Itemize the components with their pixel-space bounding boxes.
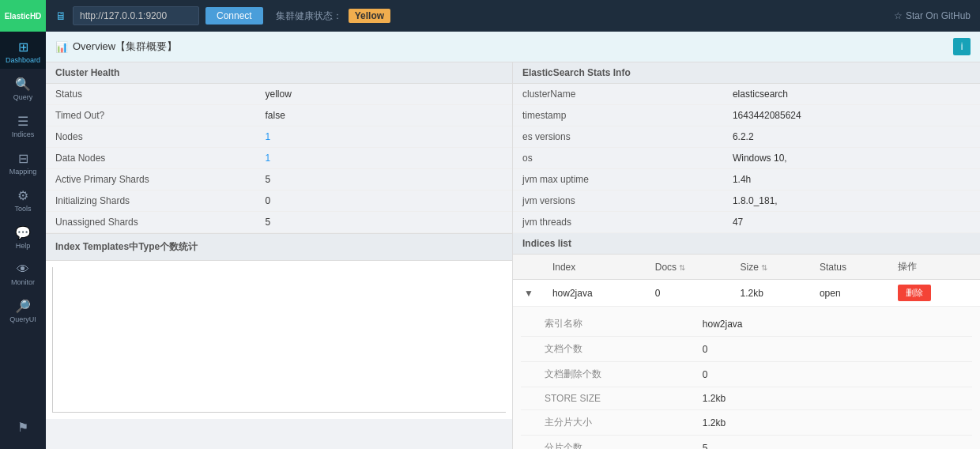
actions-cell: 删除	[890, 280, 980, 307]
cluster-name-value: elasticsearch	[723, 84, 980, 105]
info-button[interactable]: i	[953, 38, 971, 55]
status-col-header: Status	[812, 255, 890, 280]
sidebar-item-dashboard[interactable]: ⊞ Dashboard	[0, 32, 46, 69]
doc-count-value: 0	[679, 337, 972, 362]
left-panel: Cluster Health Status yellow Timed Out? …	[46, 62, 513, 449]
store-size-value: 1.2kb	[679, 387, 972, 410]
doc-deleted-label: 文档删除个数	[521, 362, 679, 387]
sidebar-item-monitor[interactable]: 👁 Monitor	[0, 255, 46, 291]
cluster-health-header: Cluster Health	[46, 62, 512, 84]
indices-icon: ☰	[17, 114, 28, 129]
detail-row: STORE SIZE 1.2kb	[521, 387, 972, 410]
active-shards-key: Active Primary Shards	[46, 169, 256, 191]
timestamp-key: timestamp	[513, 105, 723, 126]
indices-table-header-row: Index Docs ⇅ Size ⇅ Status	[513, 255, 980, 280]
queryui-icon: 🔎	[15, 299, 31, 314]
sidebar-item-label-dashboard: Dashboard	[6, 56, 40, 64]
docs-col-header: Docs ⇅	[647, 255, 733, 280]
table-row: jvm versions 1.8.0_181,	[513, 191, 980, 212]
topbar: 🖥 Connect 集群健康状态： Yellow ☆ Star On GitHu…	[46, 0, 980, 32]
sidebar-item-settings[interactable]: ⚑	[17, 412, 28, 441]
sidebar-item-tools[interactable]: ⚙ Tools	[0, 180, 46, 217]
indices-list-header: Indices list	[513, 233, 980, 255]
data-nodes-value[interactable]: 1	[256, 148, 513, 169]
table-row: clusterName elasticsearch	[513, 84, 980, 105]
doc-deleted-value: 0	[679, 362, 972, 387]
right-panel: ElasticSearch Stats Info clusterName ela…	[513, 62, 980, 449]
es-stats-table: clusterName elasticsearch timestamp 1643…	[513, 84, 980, 233]
table-row: jvm max uptime 1.4h	[513, 169, 980, 191]
delete-button[interactable]: 删除	[898, 285, 931, 301]
expand-button[interactable]: ▼	[521, 286, 537, 300]
sidebar-item-label-tools: Tools	[14, 205, 31, 213]
sidebar-item-label-query: Query	[13, 93, 33, 101]
table-row: os Windows 10,	[513, 148, 980, 169]
table-row: es versions 6.2.2	[513, 126, 980, 148]
cluster-health-table: Status yellow Timed Out? false Nodes 1	[46, 84, 512, 233]
doc-count-label: 文档个数	[521, 337, 679, 362]
index-name-label: 索引名称	[521, 311, 679, 337]
chart-icon: 📊	[55, 41, 68, 53]
es-versions-value: 6.2.2	[723, 126, 980, 148]
chart-placeholder	[52, 267, 506, 413]
size-sort-icon[interactable]: ⇅	[761, 263, 767, 272]
sidebar: ElasticHD ⊞ Dashboard 🔍 Query ☰ Indices …	[0, 0, 46, 449]
mapping-icon: ⊟	[18, 151, 28, 166]
actions-col-header: 操作	[890, 255, 980, 280]
detail-row: 文档个数 0	[521, 337, 972, 362]
jvm-threads-value: 47	[723, 212, 980, 233]
index-templates-header: Index Templates中Type个数统计	[46, 233, 512, 261]
expanded-detail-row: 索引名称 how2java 文档个数 0	[513, 307, 980, 450]
docs-sort-icon[interactable]: ⇅	[679, 263, 685, 272]
es-versions-key: es versions	[513, 126, 723, 148]
connect-button[interactable]: Connect	[205, 7, 263, 25]
es-stats-header: ElasticSearch Stats Info	[513, 62, 980, 84]
store-size-label: STORE SIZE	[521, 387, 679, 410]
github-label: Star On GitHub	[906, 10, 971, 21]
size-col-header: Size ⇅	[732, 255, 811, 280]
docs-cell: 0	[647, 280, 733, 307]
sidebar-item-help[interactable]: 💬 Help	[0, 217, 46, 255]
jvm-uptime-key: jvm max uptime	[513, 169, 723, 191]
github-link[interactable]: ☆ Star On GitHub	[894, 10, 971, 21]
primary-size-value: 1.2kb	[679, 410, 972, 436]
nodes-value[interactable]: 1	[256, 126, 513, 148]
detail-row: 索引名称 how2java	[521, 311, 972, 337]
table-row: Data Nodes 1	[46, 148, 512, 169]
sidebar-item-query[interactable]: 🔍 Query	[0, 69, 46, 106]
detail-row: 分片个数 5	[521, 436, 972, 450]
nodes-key: Nodes	[46, 126, 256, 148]
indices-table: Index Docs ⇅ Size ⇅ Status	[513, 255, 980, 449]
jvm-versions-key: jvm versions	[513, 191, 723, 212]
expanded-detail-cell: 索引名称 how2java 文档个数 0	[513, 307, 980, 450]
github-icon: ☆	[894, 10, 903, 21]
expand-cell: ▼	[513, 280, 545, 307]
index-row: ▼ how2java 0 1.2kb open 删除	[513, 280, 980, 307]
unassigned-shards-key: Unassigned Shards	[46, 212, 256, 233]
sidebar-item-label-mapping: Mapping	[9, 168, 37, 175]
cluster-status-key: Status	[46, 84, 256, 105]
sidebar-item-indices[interactable]: ☰ Indices	[0, 106, 46, 143]
shard-count-value: 5	[679, 436, 972, 450]
os-value: Windows 10,	[723, 148, 980, 169]
init-shards-key: Initializing Shards	[46, 191, 256, 212]
detail-row: 文档删除个数 0	[521, 362, 972, 387]
overview-header: 📊 Overview【集群概要】 i	[46, 32, 980, 62]
table-row: timestamp 1643442085624	[513, 105, 980, 126]
overview-title: 📊 Overview【集群概要】	[55, 40, 177, 54]
query-icon: 🔍	[15, 77, 31, 92]
table-row: Nodes 1	[46, 126, 512, 148]
table-row: Unassigned Shards 5	[46, 212, 512, 233]
two-col-layout: Cluster Health Status yellow Timed Out? …	[46, 62, 980, 449]
url-input[interactable]	[73, 6, 199, 25]
page-body: 📊 Overview【集群概要】 i Cluster Health Status…	[46, 32, 980, 449]
sidebar-item-mapping[interactable]: ⊟ Mapping	[0, 143, 46, 180]
index-name-cell: how2java	[545, 280, 647, 307]
table-row: Timed Out? false	[46, 105, 512, 126]
detail-table: 索引名称 how2java 文档个数 0	[521, 311, 972, 449]
shard-count-label: 分片个数	[521, 436, 679, 450]
timed-out-key: Timed Out?	[46, 105, 256, 126]
jvm-versions-value: 1.8.0_181,	[723, 191, 980, 212]
data-nodes-key: Data Nodes	[46, 148, 256, 169]
sidebar-item-queryui[interactable]: 🔎 QueryUI	[0, 291, 46, 328]
